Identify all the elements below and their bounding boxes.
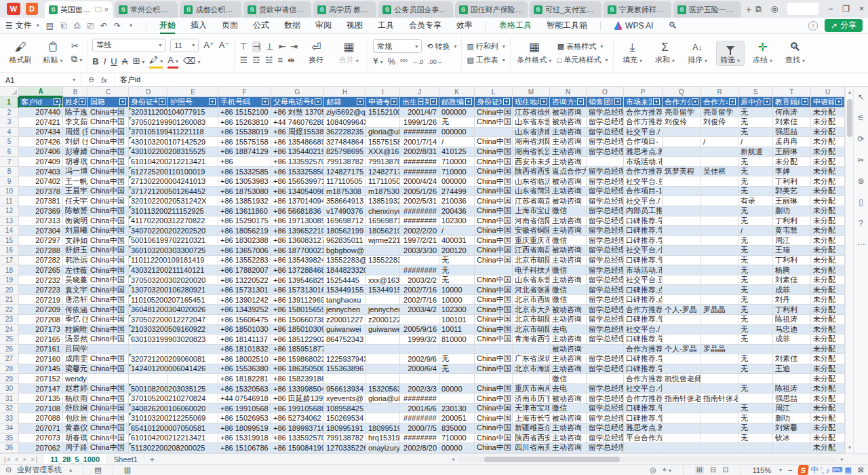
- cell[interactable]: China中国: [475, 226, 513, 236]
- cell[interactable]: China中国: [475, 187, 513, 197]
- cell[interactable]: 2001/4/7: [400, 108, 439, 118]
- cell[interactable]: China中国: [475, 325, 513, 335]
- cell[interactable]: 吕同学: [63, 345, 88, 355]
- increase-font-icon[interactable]: A⁺: [203, 41, 214, 50]
- cell[interactable]: 主动咨询: [550, 276, 587, 286]
- account-avatar[interactable]: [787, 3, 818, 15]
- filter-button[interactable]: 筛选▾: [716, 41, 745, 66]
- cell[interactable]: 无: [738, 128, 773, 138]
- cell[interactable]: 无: [738, 315, 773, 325]
- cell[interactable]: 河北省张家: [513, 285, 550, 295]
- cell[interactable]: 无: [738, 364, 773, 375]
- cell[interactable]: +86 18141137: [218, 335, 271, 345]
- font-color-button[interactable]: A▾: [167, 56, 178, 69]
- document-tab[interactable]: S公务员国企事业单位: [378, 1, 452, 18]
- cell[interactable]: wendy: [63, 374, 88, 384]
- cell[interactable]: [663, 256, 701, 266]
- align-bottom-icon[interactable]: ⊥: [266, 42, 273, 52]
- cell[interactable]: 主动咨询: [550, 354, 587, 364]
- cell[interactable]: 留学总经理: [587, 187, 624, 197]
- cell[interactable]: [663, 236, 701, 246]
- cell[interactable]: 被动咨询: [550, 108, 587, 118]
- document-tab[interactable]: S高学历 教授.xlsx: [313, 1, 376, 18]
- cell[interactable]: [701, 147, 738, 157]
- cell[interactable]: 无: [738, 413, 773, 423]
- row-number-1[interactable]: 1: [0, 97, 19, 108]
- wps-logo[interactable]: W: [7, 3, 20, 15]
- cell[interactable]: 舒妍玉 (女: [63, 246, 88, 256]
- cell[interactable]: 210036: [439, 196, 475, 206]
- cell[interactable]: +86 13439252: [218, 305, 271, 315]
- hscroll-right-icon[interactable]: ▸: [841, 456, 844, 462]
- cell[interactable]: 桂婉唯 (女: [63, 325, 88, 335]
- sum-button[interactable]: Σ 求和▾: [651, 41, 679, 65]
- cell[interactable]: [701, 206, 738, 216]
- document-tab[interactable]: S英国留学生...🖵×: [45, 1, 113, 18]
- cell[interactable]: 口碑推荐.学: [624, 256, 663, 266]
- new-tab-button[interactable]: +: [746, 4, 751, 15]
- column-letter-Q[interactable]: Q: [663, 87, 701, 97]
- cell[interactable]: +86 1372884680: [271, 265, 324, 276]
- cell[interactable]: [513, 374, 550, 384]
- cell[interactable]: 00000: [439, 443, 475, 453]
- cell[interactable]: 1999/1/26: [400, 117, 439, 128]
- font-size-select[interactable]: 11▾: [170, 39, 199, 52]
- cell[interactable]: 王瑞: [773, 246, 811, 256]
- cell[interactable]: [738, 394, 773, 404]
- cell[interactable]: 刘晨曦 (女: [63, 226, 88, 236]
- column-letter-F[interactable]: F: [218, 87, 271, 97]
- cell[interactable]: 电子科技大: [513, 265, 550, 276]
- cell[interactable]: 陈子逸 (男: [63, 108, 88, 118]
- print-icon[interactable]: ⎙: [74, 21, 81, 31]
- cell[interactable]: z20001227: [366, 315, 400, 325]
- cell[interactable]: [701, 176, 738, 187]
- sort-button[interactable]: A↓ 排序▾: [684, 41, 712, 65]
- cell[interactable]: 吴佳祺: [701, 167, 738, 177]
- cell[interactable]: 未分配: [811, 187, 845, 197]
- cell[interactable]: 无: [738, 335, 773, 345]
- assistant-icon[interactable]: ⊛: [857, 176, 864, 186]
- cell[interactable]: +86 1339985047: [271, 384, 324, 394]
- cell[interactable]: 山东省菏泽: [513, 187, 550, 197]
- cell[interactable]: 未分配: [811, 226, 845, 236]
- cell[interactable]: +86 18501030: [218, 325, 271, 335]
- row-number-25[interactable]: 25: [0, 335, 19, 345]
- column-letter-S[interactable]: S: [738, 87, 773, 97]
- ime-mic-icon[interactable]: ♪: [826, 466, 830, 474]
- cell[interactable]: 留学总经理: [587, 128, 624, 138]
- row-number-6[interactable]: 6: [0, 147, 19, 157]
- cell[interactable]: 117110505: [366, 176, 400, 187]
- cell[interactable]: 丁利利: [773, 256, 811, 266]
- cell[interactable]: 微信: [550, 236, 587, 246]
- filter-dropdown-icon[interactable]: ▼: [729, 98, 736, 105]
- document-tab[interactable]: S宁夏教师样本.xlsx: [604, 1, 671, 18]
- cell[interactable]: 612725200110100019: [129, 167, 168, 177]
- cell[interactable]: [701, 157, 738, 167]
- increase-indent-icon[interactable]: ⇥: [290, 42, 298, 52]
- cell[interactable]: 110105200207165451: [129, 295, 168, 305]
- cell[interactable]: 合作方推荐: [624, 305, 663, 315]
- conditional-format-button[interactable]: ▦ 条件格式▾: [515, 41, 553, 65]
- cell[interactable]: [366, 354, 400, 364]
- cell[interactable]: 未分配: [811, 128, 845, 138]
- format-painter-button[interactable]: 🖌︎ 格式刷: [6, 41, 35, 65]
- cell[interactable]: jennychen: [366, 305, 400, 315]
- row-number-32[interactable]: 32: [0, 404, 19, 414]
- cell[interactable]: 未分配: [811, 196, 845, 206]
- cell[interactable]: 丁利利: [773, 176, 811, 187]
- thousands-separator-icon[interactable]: ⁰⁰⁰: [400, 57, 408, 66]
- cell[interactable]: 强思喆: [773, 128, 811, 138]
- cell[interactable]: 刘紫馨: [773, 423, 811, 434]
- column-header-S[interactable]: 原中介机构▼: [738, 97, 773, 108]
- cell[interactable]: [663, 384, 701, 394]
- cell[interactable]: 被动咨询: [550, 413, 587, 423]
- filter-dropdown-icon[interactable]: ▼: [357, 98, 363, 105]
- tab-smart-toolbox[interactable]: 智能工具箱: [539, 18, 595, 34]
- cell[interactable]: China中国: [475, 384, 513, 394]
- cell[interactable]: 153449155: [324, 285, 366, 295]
- row-number-7[interactable]: 7: [0, 157, 19, 167]
- cell[interactable]: 蒯玏: [773, 206, 811, 216]
- fullscreen-icon[interactable]: ⊠: [858, 466, 864, 474]
- column-letter-T[interactable]: T: [773, 87, 811, 97]
- cell-name-box[interactable]: A1▾: [0, 73, 81, 86]
